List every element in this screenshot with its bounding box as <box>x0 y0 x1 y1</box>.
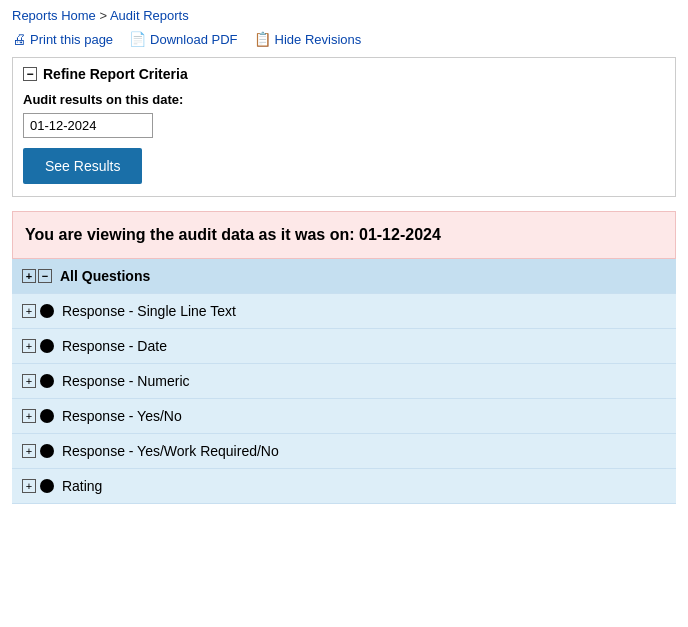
header-collapse-icon[interactable]: − <box>38 269 52 283</box>
see-results-button[interactable]: See Results <box>23 148 142 184</box>
table-row: + Response - Date <box>12 329 676 364</box>
questions-rows-table: + Response - Single Line Text + Response… <box>12 294 676 504</box>
refine-collapse-icon[interactable]: − <box>23 67 37 81</box>
row-expand-icon[interactable]: + <box>22 409 36 423</box>
row-dot-icon <box>40 304 54 318</box>
download-label: Download PDF <box>150 32 237 47</box>
table-row: + Rating <box>12 469 676 504</box>
breadcrumb-separator: > <box>99 8 110 23</box>
row-label: Response - Numeric <box>62 373 190 389</box>
table-row: + Response - Single Line Text <box>12 294 676 329</box>
hide-revisions-link[interactable]: 📋 Hide Revisions <box>254 31 362 47</box>
row-expand-icon[interactable]: + <box>22 339 36 353</box>
date-label: Audit results on this date: <box>23 92 665 107</box>
row-label: Response - Date <box>62 338 167 354</box>
questions-table: + − All Questions <box>12 259 676 294</box>
date-input[interactable] <box>23 113 153 138</box>
table-row: + Response - Numeric <box>12 364 676 399</box>
row-expand-icon[interactable]: + <box>22 304 36 318</box>
row-dot-icon <box>40 479 54 493</box>
table-row: + Response - Yes/No <box>12 399 676 434</box>
questions-header-row: + − All Questions <box>12 259 676 294</box>
header-controls: + − <box>22 269 52 283</box>
row-expand-icon[interactable]: + <box>22 444 36 458</box>
print-label: Print this page <box>30 32 113 47</box>
row-expand-icon[interactable]: + <box>22 479 36 493</box>
refine-title-label: Refine Report Criteria <box>43 66 188 82</box>
breadcrumb-audit-reports[interactable]: Audit Reports <box>110 8 189 23</box>
breadcrumb: Reports Home > Audit Reports <box>12 8 676 23</box>
audit-banner: You are viewing the audit data as it was… <box>12 211 676 259</box>
refine-report-section: − Refine Report Criteria Audit results o… <box>12 57 676 197</box>
toolbar: 🖨 Print this page 📄 Download PDF 📋 Hide … <box>12 31 676 47</box>
hide-revisions-label: Hide Revisions <box>275 32 362 47</box>
refine-title: − Refine Report Criteria <box>23 66 665 82</box>
download-icon: 📄 <box>129 31 146 47</box>
row-label: Response - Single Line Text <box>62 303 236 319</box>
print-icon: 🖨 <box>12 31 26 47</box>
row-label: Response - Yes/No <box>62 408 182 424</box>
row-dot-icon <box>40 339 54 353</box>
row-label: Response - Yes/Work Required/No <box>62 443 279 459</box>
row-dot-icon <box>40 374 54 388</box>
download-pdf-link[interactable]: 📄 Download PDF <box>129 31 237 47</box>
hide-revisions-icon: 📋 <box>254 31 271 47</box>
questions-header-label: All Questions <box>60 268 150 284</box>
breadcrumb-reports-home[interactable]: Reports Home <box>12 8 96 23</box>
header-expand-icon[interactable]: + <box>22 269 36 283</box>
row-dot-icon <box>40 409 54 423</box>
print-link[interactable]: 🖨 Print this page <box>12 31 113 47</box>
row-label: Rating <box>62 478 102 494</box>
row-dot-icon <box>40 444 54 458</box>
table-row: + Response - Yes/Work Required/No <box>12 434 676 469</box>
row-expand-icon[interactable]: + <box>22 374 36 388</box>
